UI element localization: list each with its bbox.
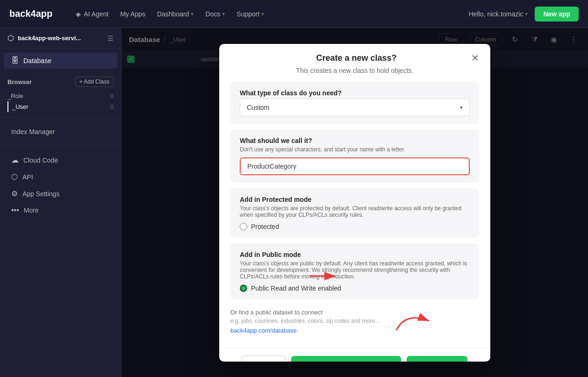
new-app-button[interactable]: New app bbox=[535, 7, 579, 21]
app-name: back4app-web-servi... bbox=[18, 35, 81, 42]
create-class-modal: Create a new class? ✕ This creates a new… bbox=[219, 44, 490, 362]
app-icon: ⬡ bbox=[7, 34, 14, 43]
role-label: _Role bbox=[7, 92, 23, 100]
modal-header: Create a new class? ✕ bbox=[219, 44, 490, 67]
sidebar-bars-icon: ☰ bbox=[108, 35, 114, 42]
ai-agent-link[interactable]: ◈ AI Agent bbox=[76, 10, 108, 18]
modal-body: What type of class do you need? Custom ▾… bbox=[219, 82, 490, 348]
index-manager-section: Index Manager bbox=[0, 120, 121, 143]
find-dataset-sub-text: e.g. jobs, countries, industries, colors… bbox=[230, 318, 479, 324]
class-name-input[interactable] bbox=[240, 157, 470, 175]
browser-header: Browser + Add Class bbox=[7, 77, 114, 87]
more-icon: ••• bbox=[11, 206, 19, 214]
modal-title: Create a new class? bbox=[242, 53, 471, 63]
sidebar-item-cloud-code[interactable]: ☁ Cloud Code bbox=[4, 152, 117, 168]
protected-radio[interactable] bbox=[240, 223, 247, 230]
find-dataset-text: Or find a public dataset to connect bbox=[230, 309, 479, 316]
protected-radio-text: Protected bbox=[251, 223, 279, 230]
browser-title: Browser bbox=[7, 78, 32, 85]
protected-desc: Your class's objects are protected by de… bbox=[240, 205, 470, 218]
create-class-add-columns-button[interactable]: Create class & add columns bbox=[291, 356, 401, 362]
app-name-row[interactable]: ⬡ back4app-web-servi... ☰ bbox=[0, 28, 121, 49]
settings-icon: ⚙ bbox=[11, 189, 18, 198]
dataset-link[interactable]: back4app.com/database bbox=[230, 327, 297, 334]
cloud-code-label: Cloud Code bbox=[23, 156, 58, 164]
protected-radio-label[interactable]: Protected bbox=[240, 223, 470, 230]
modal-subtitle: This creates a new class to hold objects… bbox=[219, 67, 490, 82]
protected-form-row: Add in Protected mode Your class's objec… bbox=[230, 188, 479, 238]
nav-right: Hello, nick.tomazic ▾ New app bbox=[469, 7, 579, 21]
index-manager-label: Index Manager bbox=[11, 128, 55, 135]
brand-logo: back4app bbox=[9, 8, 52, 19]
user-greeting[interactable]: Hello, nick.tomazic ▾ bbox=[469, 10, 528, 18]
add-class-button[interactable]: + Add Class bbox=[75, 77, 114, 87]
sidebar-divider bbox=[0, 118, 121, 118]
dataset-section: Or find a public dataset to connect e.g.… bbox=[230, 305, 479, 338]
main-layout: ⬡ back4app-web-servi... ☰ 🗄 Database Bro… bbox=[0, 28, 588, 377]
name-label: What should we call it? bbox=[240, 137, 470, 144]
name-hint: Don't use any special characters, and st… bbox=[240, 146, 470, 153]
public-radio-label[interactable]: Public Read and Write enabled bbox=[240, 285, 470, 292]
database-icon: 🗄 bbox=[11, 57, 19, 65]
user-count: 0 bbox=[110, 104, 114, 110]
role-count: 0 bbox=[110, 93, 114, 100]
user-class-row[interactable]: _User 0 bbox=[7, 101, 114, 112]
protected-label: Add in Protected mode bbox=[240, 196, 470, 203]
app-settings-label: App Settings bbox=[22, 190, 59, 198]
user-chevron: ▾ bbox=[525, 11, 528, 17]
modal-footer: Cancel Create class & add columns Create… bbox=[219, 348, 490, 362]
support-chevron: ▾ bbox=[261, 11, 264, 17]
sidebar-item-more[interactable]: ••• More bbox=[4, 202, 117, 218]
role-class-row[interactable]: _Role 0 bbox=[7, 91, 114, 101]
docs-chevron: ▾ bbox=[222, 11, 225, 17]
modal-close-button[interactable]: ✕ bbox=[471, 53, 479, 63]
sidebar-item-api[interactable]: ⬡ API bbox=[4, 169, 117, 185]
sidebar-item-index-manager[interactable]: Index Manager bbox=[4, 124, 117, 139]
type-value: Custom bbox=[247, 104, 269, 111]
docs-link[interactable]: Docs ▾ bbox=[205, 10, 225, 18]
sidebar-divider-2 bbox=[0, 145, 121, 146]
public-radio-text: Public Read and Write enabled bbox=[251, 285, 341, 292]
content-area: Database / _User Row Column ↻ ⧩ ◉ ⋮ ✓ up… bbox=[122, 28, 588, 377]
public-desc: Your class's objects are public by defau… bbox=[240, 260, 470, 280]
sidebar-item-database[interactable]: 🗄 Database bbox=[4, 53, 117, 69]
api-label: API bbox=[22, 173, 33, 181]
dashboard-link[interactable]: Dashboard ▾ bbox=[157, 10, 194, 18]
name-form-row: What should we call it? Don't use any sp… bbox=[230, 129, 479, 183]
cancel-button[interactable]: Cancel bbox=[242, 356, 286, 362]
public-form-row: Add in Public mode Your class's objects … bbox=[230, 243, 479, 299]
sidebar-database-label: Database bbox=[23, 57, 51, 64]
database-section: 🗄 Database bbox=[0, 49, 121, 73]
more-label: More bbox=[24, 206, 39, 214]
nav-links: ◈ AI Agent My Apps Dashboard ▾ Docs ▾ Su… bbox=[76, 10, 454, 18]
type-form-row: What type of class do you need? Custom ▾ bbox=[230, 82, 479, 124]
user-label: _User bbox=[12, 103, 29, 110]
ai-icon: ◈ bbox=[76, 10, 81, 18]
my-apps-link[interactable]: My Apps bbox=[120, 10, 145, 18]
create-class-button[interactable]: Create class bbox=[407, 356, 468, 362]
public-label: Add in Public mode bbox=[240, 251, 470, 258]
cloud-icon: ☁ bbox=[11, 156, 19, 164]
sidebar: ⬡ back4app-web-servi... ☰ 🗄 Database Bro… bbox=[0, 28, 122, 377]
dashboard-chevron: ▾ bbox=[191, 11, 194, 17]
api-icon: ⬡ bbox=[11, 172, 18, 181]
sidebar-item-app-settings[interactable]: ⚙ App Settings bbox=[4, 185, 117, 202]
top-navigation: back4app ◈ AI Agent My Apps Dashboard ▾ … bbox=[0, 0, 588, 28]
db-browser-section: Browser + Add Class _Role 0 _User 0 bbox=[0, 73, 121, 116]
public-radio[interactable] bbox=[240, 285, 247, 292]
support-link[interactable]: Support ▾ bbox=[237, 10, 264, 18]
type-dropdown[interactable]: Custom ▾ bbox=[240, 99, 470, 116]
modal-backdrop: Create a new class? ✕ This creates a new… bbox=[122, 28, 588, 377]
dropdown-chevron: ▾ bbox=[460, 104, 463, 111]
type-label: What type of class do you need? bbox=[240, 89, 470, 97]
cloud-code-section: ☁ Cloud Code ⬡ API ⚙ App Settings ••• Mo… bbox=[0, 148, 121, 222]
